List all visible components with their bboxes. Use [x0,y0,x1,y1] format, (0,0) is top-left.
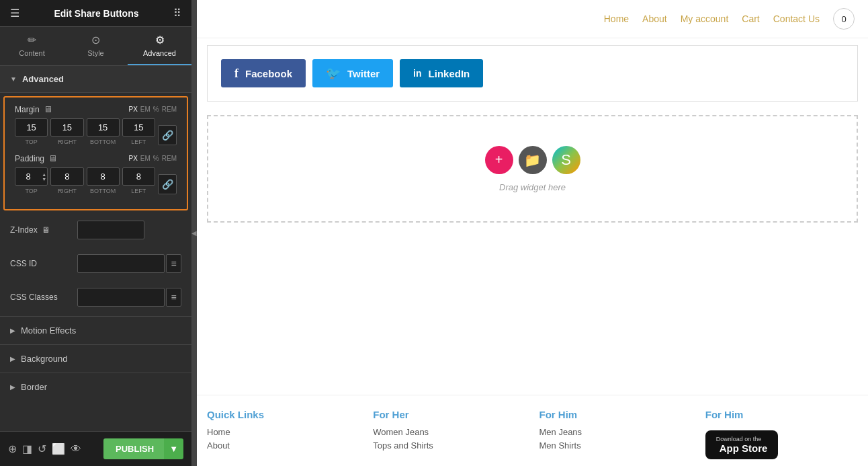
tab-content[interactable]: ✏ Content [0,27,64,65]
footer-layers-icon[interactable]: ⊕ [8,442,17,455]
z-index-row: Z-Index 🖥 [0,214,191,239]
padding-monitor-icon: 🖥 [48,153,57,163]
margin-label: Margin 🖥 [15,104,52,114]
nav-cart[interactable]: Cart [742,13,759,24]
publish-group: PUBLISH ▼ [103,438,183,459]
css-classes-input[interactable] [77,288,165,307]
facebook-share-button[interactable]: f Facebook [221,59,306,87]
site-footer: Quick Links Home About For Her Women Jea… [197,395,868,466]
hamburger-icon[interactable]: ☰ [10,7,19,20]
z-index-monitor-icon: 🖥 [42,225,50,235]
motion-effects-label: Motion Effects [21,325,76,336]
publish-arrow-button[interactable]: ▼ [164,438,183,459]
border-section: ▶ Border [0,373,191,401]
padding-top-down[interactable]: ▼ [42,177,46,182]
publish-button[interactable]: PUBLISH [103,438,166,459]
padding-bottom-wrap: BOTTOM [87,167,120,194]
z-index-input[interactable] [77,221,144,239]
padding-unit-tabs: PX EM % REM [129,155,177,162]
padding-unit-percent[interactable]: % [153,155,159,162]
motion-effects-arrow-icon: ▶ [10,327,15,334]
footer-preview-icon[interactable]: 👁 [71,443,81,455]
padding-unit-rem[interactable]: REM [162,155,177,162]
margin-bottom-label: BOTTOM [90,139,116,145]
margin-unit-rem[interactable]: REM [162,106,177,113]
margin-bottom-input[interactable] [87,118,120,137]
footer-quicklinks-title: Quick Links [207,409,359,420]
panel-footer: ⊕ ◨ ↺ ⬜ 👁 PUBLISH ▼ [0,431,191,466]
border-label: Border [21,382,47,392]
tab-advanced[interactable]: ⚙ Advanced [128,27,191,65]
padding-top-up[interactable]: ▲ [42,172,46,177]
app-store-button[interactable]: Download on the App Store [705,430,779,459]
css-classes-label: CSS Classes [10,293,77,302]
padding-unit-em[interactable]: EM [140,155,150,162]
margin-unit-em[interactable]: EM [140,106,150,113]
footer-link-topsandshirts[interactable]: Tops and Shirts [373,440,525,451]
padding-bottom-input[interactable] [87,167,120,186]
widget-drop-area[interactable]: + 📁 S Drag widget here [207,115,858,223]
padding-unit-px[interactable]: PX [129,155,138,162]
margin-left-input[interactable] [122,118,155,137]
padding-label-row: Padding 🖥 PX EM % REM [15,153,177,163]
tab-style[interactable]: ⊙ Style [64,27,128,65]
padding-bottom-label: BOTTOM [90,188,116,194]
padding-left-input[interactable] [122,167,155,186]
footer-link-womenjeans[interactable]: Women Jeans [373,427,525,437]
nav-myaccount[interactable]: My account [681,13,729,24]
padding-top-label: TOP [25,188,37,194]
footer-history-icon[interactable]: ↺ [38,442,46,455]
cart-count: 0 [841,14,846,24]
motion-effects-header[interactable]: ▶ Motion Effects [0,317,191,344]
nav-home[interactable]: Home [604,13,629,24]
margin-right-input[interactable] [50,118,83,137]
margin-link-btn[interactable]: 🔗 [158,125,177,145]
cart-icon[interactable]: 0 [833,8,855,30]
nav-contact[interactable]: Contact Us [773,13,820,24]
padding-inputs: ▲ ▼ TOP RIGHT BOTTOM [15,167,177,194]
css-id-label: CSS ID [10,259,77,268]
nav-about[interactable]: About [642,13,667,24]
margin-unit-percent[interactable]: % [153,106,159,113]
add-widget-btn[interactable]: + [485,146,513,174]
advanced-section-header[interactable]: ▼ Advanced [0,66,191,93]
css-id-input[interactable] [77,254,165,273]
padding-link-btn[interactable]: 🔗 [158,174,177,194]
padding-top-input[interactable] [15,168,41,185]
footer-link-menjeans[interactable]: Men Jeans [539,427,692,437]
site-header: Home About My account Cart Contact Us 0 [197,0,868,38]
margin-unit-px[interactable]: PX [129,106,138,113]
margin-right-label: RIGHT [58,139,77,145]
footer-responsive-icon[interactable]: ⬜ [52,442,65,455]
footer-pages-icon[interactable]: ◨ [22,442,32,455]
css-classes-btn[interactable]: ≡ [166,288,181,307]
border-header[interactable]: ▶ Border [0,373,191,401]
linkedin-label: LinkedIn [429,68,470,79]
margin-top-wrap: TOP [15,118,48,145]
apps-widget-btn[interactable]: S [552,146,580,174]
background-header[interactable]: ▶ Background [0,345,191,373]
footer-link-about[interactable]: About [207,440,359,451]
content-tab-icon: ✏ [28,34,36,46]
app-store-small-text: Download on the [716,436,762,442]
linkedin-icon: in [413,68,421,79]
right-content: Home About My account Cart Contact Us 0 … [197,0,868,466]
css-id-btn[interactable]: ≡ [166,254,181,273]
drag-widget-text: Drag widget here [499,182,566,192]
app-store-large-text: App Store [716,442,768,454]
resize-handle[interactable]: ◀ [191,0,197,466]
twitter-share-button[interactable]: 🐦 Twitter [312,59,393,87]
motion-effects-section: ▶ Motion Effects [0,316,191,344]
linkedin-share-button[interactable]: in LinkedIn [400,59,483,87]
folder-widget-btn[interactable]: 📁 [519,146,547,174]
footer-columns: Quick Links Home About For Her Women Jea… [207,409,858,459]
margin-right-wrap: RIGHT [50,118,83,145]
footer-link-menshirts[interactable]: Men Shirts [539,440,692,451]
grid-icon[interactable]: ⠿ [173,7,181,20]
padding-top-arrows: ▲ ▼ [41,171,47,182]
margin-top-input[interactable] [15,118,48,137]
footer-link-home[interactable]: Home [207,427,359,437]
css-classes-row: CSS Classes ≡ [0,282,191,307]
margin-left-label: LEFT [131,139,146,145]
padding-right-input[interactable] [50,167,83,186]
